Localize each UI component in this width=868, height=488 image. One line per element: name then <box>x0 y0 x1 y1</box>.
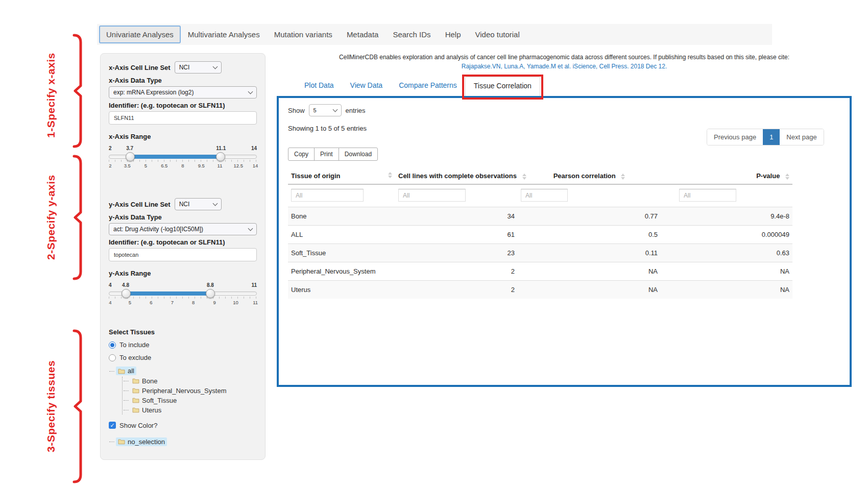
table-row: Uterus 2 NA NA <box>288 281 792 299</box>
print-button[interactable]: Print <box>314 148 339 161</box>
chevron-down-icon <box>212 201 218 206</box>
tab-tissue-correlation[interactable]: Tissue Correlation <box>465 77 540 96</box>
y-axis-cell-line-set-value: NCI <box>179 201 190 208</box>
table-row: Bone 34 0.77 9.4e-8 <box>288 207 792 226</box>
top-navigation: Univariate Analyses Multivariate Analyse… <box>97 24 772 45</box>
nav-item-help[interactable]: Help <box>438 26 468 43</box>
table-row: Peripheral_Nervous_System 2 NA NA <box>288 262 792 281</box>
y-axis-data-type-select[interactable]: act: Drug Activity (-log10[IC50M]) <box>109 223 257 235</box>
x-axis-cell-line-set-value: NCI <box>179 64 190 71</box>
show-color-checkbox[interactable]: ✓ Show Color? <box>109 422 257 429</box>
y-range-track[interactable] <box>109 291 257 296</box>
x-axis-range-label: x-Axis Range <box>109 133 257 140</box>
x-range-tick-labels: 2 3.5 5 6.5 8 9.5 11 12.5 14 <box>109 163 257 169</box>
to-exclude-radio[interactable]: To exclude <box>109 354 257 361</box>
select-tissues-label: Select Tissues <box>109 328 257 336</box>
x-axis-range-slider[interactable]: 2 3.7 11.1 14 2 3.5 5 6.5 8 9.5 11 12.5 … <box>109 145 257 175</box>
sort-icon[interactable] <box>785 174 789 180</box>
table-header-row: Tissue of origin Cell lines with complet… <box>288 168 792 184</box>
x-axis-identifier-input[interactable] <box>109 111 257 125</box>
tree-node-all[interactable]: all <box>116 367 136 375</box>
nav-item-video-tutorial[interactable]: Video tutorial <box>468 26 526 43</box>
tab-view-data[interactable]: View Data <box>342 77 391 96</box>
y-axis-data-type-label: y-Axis Data Type <box>109 213 257 221</box>
entries-label: entries <box>346 107 366 114</box>
y-range-tick-labels: 4 5 6 7 8 9 10 11 <box>109 300 257 306</box>
x-range-min-label: 2 <box>109 145 112 151</box>
show-label: Show <box>288 107 305 114</box>
y-axis-data-type-value: act: Drug Activity (-log10[IC50M]) <box>113 226 203 233</box>
sort-icon[interactable] <box>388 172 392 178</box>
column-header-p-value[interactable]: P-value <box>661 168 792 184</box>
x-axis-identifier-label: Identifier: (e.g. topotecan or SLFN11) <box>109 102 257 109</box>
entries-per-page-select[interactable]: 5 <box>309 104 342 116</box>
page-1-button[interactable]: 1 <box>763 129 780 145</box>
citation-block: CellMinerCDB enables exploration and ana… <box>277 53 852 71</box>
x-range-max-label: 14 <box>251 145 257 151</box>
y-range-high-value: 8.8 <box>207 282 214 288</box>
annotation-step2-label: 2-Specify y-axis <box>45 158 57 277</box>
download-button[interactable]: Download <box>339 148 378 161</box>
y-range-handle-low[interactable] <box>122 289 131 298</box>
x-range-selected-bar <box>130 155 221 159</box>
chevron-down-icon <box>248 89 253 94</box>
selection-tree: no_selection <box>116 437 257 447</box>
tree-node-bone[interactable]: Bone <box>130 377 159 385</box>
x-axis-cell-line-set-select[interactable]: NCI <box>175 61 222 74</box>
nav-item-mutation-variants[interactable]: Mutation variants <box>267 26 340 43</box>
y-range-tick-marks <box>109 297 257 299</box>
filter-tissue-input[interactable] <box>291 189 364 202</box>
x-range-low-value: 3.7 <box>126 145 133 151</box>
nav-item-multivariate-analyses[interactable]: Multivariate Analyses <box>181 26 267 43</box>
y-axis-range-label: y-Axis Range <box>109 270 257 277</box>
previous-page-button[interactable]: Previous page <box>707 129 763 145</box>
y-range-selected-bar <box>126 291 210 296</box>
entries-per-page-value: 5 <box>314 107 317 113</box>
x-range-handle-low[interactable] <box>126 152 135 161</box>
x-range-track[interactable] <box>109 155 257 159</box>
filter-cell-lines-input[interactable] <box>398 189 466 202</box>
annotation-step2-brace <box>73 155 84 280</box>
to-include-radio[interactable]: To include <box>109 341 257 349</box>
column-header-cell-lines[interactable]: Cell lines with complete observations <box>395 168 518 184</box>
to-include-label: To include <box>119 341 150 349</box>
nav-item-univariate-analyses[interactable]: Univariate Analyses <box>99 26 181 43</box>
tree-node-uterus[interactable]: Uterus <box>130 406 163 414</box>
column-header-pearson-correlation[interactable]: Pearson correlation <box>518 168 661 184</box>
annotation-step1-brace <box>73 34 84 148</box>
citation-text: CellMinerCDB enables exploration and ana… <box>277 53 852 62</box>
tab-plot-data[interactable]: Plot Data <box>296 77 342 96</box>
x-axis-data-type-select[interactable]: exp: mRNA Expression (log2) <box>109 86 257 99</box>
nav-item-metadata[interactable]: Metadata <box>340 26 386 43</box>
result-tabs: Plot Data View Data Compare Patterns Tis… <box>277 77 540 96</box>
nav-item-search-ids[interactable]: Search IDs <box>385 26 438 43</box>
tree-node-peripheral-nervous-system[interactable]: Peripheral_Nervous_System <box>130 386 228 395</box>
tab-compare-patterns[interactable]: Compare Patterns <box>391 77 465 96</box>
y-range-min-label: 4 <box>109 282 112 288</box>
filter-pearson-input[interactable] <box>521 189 568 202</box>
show-color-label: Show Color? <box>119 422 157 429</box>
y-range-low-value: 4.8 <box>122 282 129 288</box>
tree-node-no-selection[interactable]: no_selection <box>116 437 167 446</box>
tree-node-soft-tissue[interactable]: Soft_Tissue <box>130 396 179 405</box>
next-page-button[interactable]: Next page <box>780 129 823 145</box>
folder-icon <box>132 397 139 403</box>
to-exclude-label: To exclude <box>119 354 151 361</box>
table-row: ALL 61 0.5 0.000049 <box>288 226 792 244</box>
sort-icon[interactable] <box>621 174 625 180</box>
filter-p-value-input[interactable] <box>679 189 736 202</box>
citation-link[interactable]: Rajapakse.VN, Luna.A, Yamade.M et al. iS… <box>277 62 852 71</box>
x-axis-data-type-label: x-Axis Data Type <box>109 77 257 84</box>
radio-unselected-icon <box>109 354 116 361</box>
tissue-correlation-panel: Show 5 entries Showing 1 to 5 of 5 entri… <box>277 96 852 387</box>
copy-button[interactable]: Copy <box>288 148 315 161</box>
table-row: Soft_Tissue 23 0.11 0.63 <box>288 244 792 262</box>
y-axis-identifier-input[interactable] <box>109 248 257 261</box>
y-range-handle-high[interactable] <box>206 289 215 298</box>
folder-icon <box>132 378 139 384</box>
sort-icon[interactable] <box>522 174 526 180</box>
folder-icon <box>118 368 125 374</box>
column-header-tissue-of-origin[interactable]: Tissue of origin <box>288 168 395 184</box>
y-axis-cell-line-set-select[interactable]: NCI <box>175 198 222 210</box>
y-axis-range-slider[interactable]: 4 4.8 8.8 11 4 5 6 7 8 9 10 11 <box>109 282 257 312</box>
